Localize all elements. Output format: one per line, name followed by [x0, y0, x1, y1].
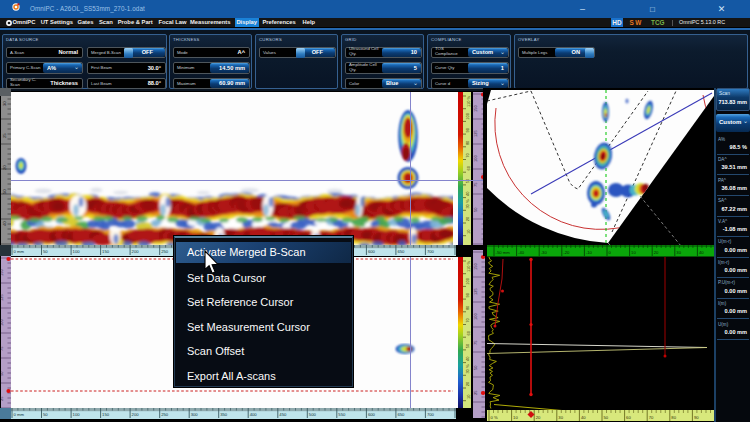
svg-text:30 %: 30 % — [466, 199, 471, 209]
svg-text:50: 50 — [604, 415, 609, 420]
svg-text:50: 50 — [43, 412, 48, 417]
svg-text:75: 75 — [473, 182, 478, 187]
svg-text:350: 350 — [220, 412, 228, 417]
svg-text:40: 40 — [466, 191, 471, 196]
svg-text:25: 25 — [473, 390, 478, 395]
svg-text:25: 25 — [2, 133, 7, 138]
svg-text:60: 60 — [466, 165, 471, 170]
svg-text:-50 mm: -50 mm — [496, 250, 511, 255]
svg-text:80: 80 — [466, 305, 471, 310]
svg-text:100: 100 — [473, 155, 478, 162]
svg-text:20: 20 — [536, 415, 541, 420]
svg-text:30: 30 — [676, 250, 681, 255]
svg-text:75: 75 — [1, 346, 4, 351]
svg-text:50: 50 — [473, 365, 478, 370]
svg-text:125: 125 — [1, 294, 4, 301]
svg-text:20: 20 — [654, 250, 659, 255]
svg-text:100: 100 — [73, 249, 81, 254]
svg-text:600: 600 — [368, 249, 376, 254]
svg-text:150: 150 — [473, 263, 478, 270]
svg-text:125: 125 — [473, 130, 478, 137]
svg-text:500: 500 — [309, 412, 317, 417]
svg-text:80: 80 — [671, 415, 676, 420]
svg-text:10: 10 — [631, 250, 636, 255]
svg-text:40: 40 — [466, 356, 471, 361]
svg-text:100: 100 — [473, 313, 478, 320]
svg-text:90: 90 — [466, 292, 471, 297]
svg-text:90: 90 — [466, 127, 471, 132]
svg-text:50: 50 — [473, 207, 478, 212]
svg-text:75: 75 — [473, 340, 478, 345]
svg-text:110 %: 110 % — [466, 96, 471, 107]
svg-text:40: 40 — [581, 415, 586, 420]
svg-text:70: 70 — [466, 318, 471, 323]
svg-text:-10: -10 — [586, 250, 593, 255]
svg-text:20: 20 — [466, 381, 471, 386]
svg-text:50: 50 — [1, 371, 4, 376]
svg-text:20: 20 — [466, 216, 471, 221]
svg-text:650: 650 — [397, 412, 405, 417]
svg-text:-20: -20 — [563, 250, 570, 255]
svg-text:550: 550 — [338, 412, 346, 417]
svg-text:300: 300 — [191, 412, 199, 417]
svg-text:-30: -30 — [541, 250, 548, 255]
svg-text:50: 50 — [2, 189, 7, 194]
svg-text:0 %: 0 % — [491, 415, 498, 420]
svg-text:100: 100 — [466, 277, 471, 284]
svg-text:0 mm: 0 mm — [14, 412, 25, 417]
svg-text:70: 70 — [466, 153, 471, 158]
svg-text:10: 10 — [466, 394, 471, 399]
svg-text:10: 10 — [466, 229, 471, 234]
svg-text:40: 40 — [699, 250, 704, 255]
svg-text:100: 100 — [1, 319, 4, 326]
svg-text:30 %: 30 % — [466, 364, 471, 374]
svg-text:40: 40 — [2, 221, 7, 226]
svg-text:450: 450 — [279, 412, 287, 417]
svg-text:250: 250 — [161, 249, 169, 254]
svg-text:30: 30 — [558, 415, 563, 420]
svg-text:70: 70 — [649, 415, 654, 420]
svg-text:80: 80 — [466, 140, 471, 145]
svg-text:0 mm: 0 mm — [14, 249, 25, 254]
svg-text:90: 90 — [694, 415, 699, 420]
svg-text:10: 10 — [513, 415, 518, 420]
svg-text:200: 200 — [132, 412, 140, 417]
svg-text:30: 30 — [2, 101, 7, 106]
svg-text:400: 400 — [250, 412, 258, 417]
svg-text:150: 150 — [102, 249, 110, 254]
svg-text:25: 25 — [1, 396, 4, 401]
svg-text:200: 200 — [132, 249, 140, 254]
svg-text:650: 650 — [397, 249, 405, 254]
svg-text:-40: -40 — [518, 250, 525, 255]
svg-text:110 %: 110 % — [466, 261, 471, 272]
svg-text:60: 60 — [466, 330, 471, 335]
svg-text:50: 50 — [43, 249, 48, 254]
svg-text:20: 20 — [2, 165, 7, 170]
svg-text:60: 60 — [626, 415, 631, 420]
svg-text:150: 150 — [102, 412, 110, 417]
svg-text:150: 150 — [1, 269, 4, 276]
svg-text:700: 700 — [427, 249, 435, 254]
svg-text:100: 100 — [73, 412, 81, 417]
svg-text:700: 700 — [427, 412, 435, 417]
svg-text:50: 50 — [466, 343, 471, 348]
svg-text:150: 150 — [473, 105, 478, 112]
svg-text:100: 100 — [466, 112, 471, 119]
svg-text:250: 250 — [161, 412, 169, 417]
svg-text:125: 125 — [473, 288, 478, 295]
svg-text:600: 600 — [368, 412, 376, 417]
